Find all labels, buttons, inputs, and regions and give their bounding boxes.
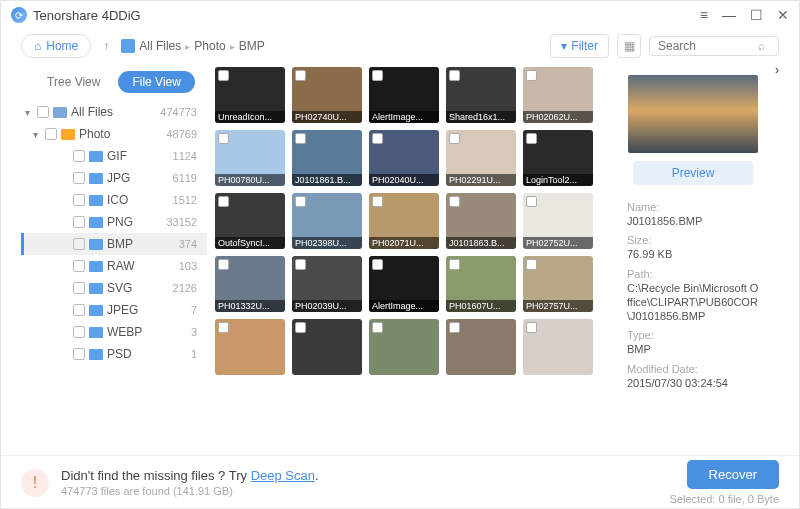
thumbnail[interactable]: Shared16x1... <box>446 67 516 123</box>
deep-scan-link[interactable]: Deep Scan <box>251 468 315 483</box>
thumbnail[interactable]: PH00780U... <box>215 130 285 186</box>
tree-row-png[interactable]: PNG33152 <box>21 211 207 233</box>
checkbox[interactable] <box>73 238 85 250</box>
thumb-checkbox[interactable] <box>218 322 229 333</box>
checkbox[interactable] <box>73 282 85 294</box>
thumbnail[interactable]: UnreadIcon... <box>215 67 285 123</box>
filter-button[interactable]: ▾ Filter <box>550 34 609 58</box>
tree-row-all-files[interactable]: ▾All Files474773 <box>21 101 207 123</box>
thumb-checkbox[interactable] <box>372 322 383 333</box>
thumbnail[interactable]: PH02740U... <box>292 67 362 123</box>
checkbox[interactable] <box>73 172 85 184</box>
thumb-checkbox[interactable] <box>295 133 306 144</box>
checkbox[interactable] <box>73 260 85 272</box>
checkbox[interactable] <box>73 348 85 360</box>
thumbnail[interactable]: PH02291U... <box>446 130 516 186</box>
maximize-icon[interactable]: ☐ <box>750 7 763 23</box>
thumb-checkbox[interactable] <box>218 196 229 207</box>
thumb-checkbox[interactable] <box>449 70 460 81</box>
thumbnail[interactable]: AlertImage... <box>369 256 439 312</box>
thumb-checkbox[interactable] <box>526 322 537 333</box>
thumbnail[interactable]: PH02039U... <box>292 256 362 312</box>
thumb-checkbox[interactable] <box>526 70 537 81</box>
meta-path: C:\Recycle Bin\Microsoft Office\CLIPART\… <box>627 281 759 324</box>
preview-button[interactable]: Preview <box>633 161 753 185</box>
thumbnail[interactable]: PH02752U... <box>523 193 593 249</box>
tree-row-raw[interactable]: RAW103 <box>21 255 207 277</box>
thumb-checkbox[interactable] <box>449 322 460 333</box>
thumb-checkbox[interactable] <box>449 259 460 270</box>
thumb-checkbox[interactable] <box>218 133 229 144</box>
thumbnail[interactable]: AlertImage... <box>369 67 439 123</box>
recover-button[interactable]: Recover <box>687 460 779 489</box>
thumb-checkbox[interactable] <box>372 259 383 270</box>
thumbnail[interactable] <box>215 319 285 375</box>
checkbox[interactable] <box>73 194 85 206</box>
tree-row-bmp[interactable]: BMP374 <box>21 233 207 255</box>
thumb-checkbox[interactable] <box>526 196 537 207</box>
thumb-checkbox[interactable] <box>218 259 229 270</box>
search-input[interactable] <box>658 39 758 53</box>
home-button[interactable]: ⌂ Home <box>21 34 91 58</box>
thumbnail[interactable]: LoginTool2... <box>523 130 593 186</box>
thumb-checkbox[interactable] <box>295 70 306 81</box>
thumb-checkbox[interactable] <box>372 133 383 144</box>
meta-date-label: Modified Date: <box>627 363 759 375</box>
thumbnail[interactable]: PH01607U... <box>446 256 516 312</box>
thumbnail[interactable]: PH01332U... <box>215 256 285 312</box>
thumbnail[interactable]: PH02398U... <box>292 193 362 249</box>
expand-icon[interactable]: ▾ <box>21 107 33 118</box>
crumb-1[interactable]: Photo <box>194 39 225 53</box>
checkbox[interactable] <box>73 216 85 228</box>
tab-tree-view[interactable]: Tree View <box>33 71 114 93</box>
tree-row-jpeg[interactable]: JPEG7 <box>21 299 207 321</box>
thumbnail[interactable]: PH02071U... <box>369 193 439 249</box>
checkbox[interactable] <box>45 128 57 140</box>
thumbnail[interactable]: J0101863.B... <box>446 193 516 249</box>
up-icon[interactable]: ↑ <box>101 39 111 53</box>
thumbnail[interactable]: PH02040U... <box>369 130 439 186</box>
tree-row-psd[interactable]: PSD1 <box>21 343 207 365</box>
thumbnail[interactable] <box>446 319 516 375</box>
tree-row-webp[interactable]: WEBP3 <box>21 321 207 343</box>
thumb-checkbox[interactable] <box>526 259 537 270</box>
thumbnail[interactable]: PH02062U... <box>523 67 593 123</box>
tree-row-ico[interactable]: ICO1512 <box>21 189 207 211</box>
menu-icon[interactable]: ≡ <box>700 7 708 23</box>
thumbnail[interactable] <box>292 319 362 375</box>
close-icon[interactable]: ✕ <box>777 7 789 23</box>
thumb-checkbox[interactable] <box>218 70 229 81</box>
thumbnail[interactable]: OutofSyncI... <box>215 193 285 249</box>
crumb-2[interactable]: BMP <box>239 39 265 53</box>
checkbox[interactable] <box>73 304 85 316</box>
grid-view-button[interactable]: ▦ <box>617 34 641 58</box>
crumb-0[interactable]: All Files <box>139 39 181 53</box>
tree-row-svg[interactable]: SVG2126 <box>21 277 207 299</box>
checkbox[interactable] <box>37 106 49 118</box>
checkbox[interactable] <box>73 150 85 162</box>
home-label: Home <box>46 39 78 53</box>
thumb-checkbox[interactable] <box>372 196 383 207</box>
thumbnail[interactable] <box>369 319 439 375</box>
minimize-icon[interactable]: — <box>722 7 736 23</box>
thumbnail-grid: UnreadIcon...PH02740U...AlertImage...Sha… <box>215 63 611 455</box>
tree-row-jpg[interactable]: JPG6119 <box>21 167 207 189</box>
thumb-checkbox[interactable] <box>372 70 383 81</box>
thumb-checkbox[interactable] <box>295 259 306 270</box>
next-button[interactable]: › <box>775 63 779 455</box>
thumbnail[interactable]: J0101861.B... <box>292 130 362 186</box>
tree-row-gif[interactable]: GIF1124 <box>21 145 207 167</box>
checkbox[interactable] <box>73 326 85 338</box>
thumb-checkbox[interactable] <box>449 196 460 207</box>
thumb-checkbox[interactable] <box>526 133 537 144</box>
tree-label: JPEG <box>107 303 187 317</box>
tab-file-view[interactable]: File View <box>118 71 194 93</box>
thumbnail[interactable] <box>523 319 593 375</box>
thumbnail[interactable]: PH02757U... <box>523 256 593 312</box>
expand-icon[interactable]: ▾ <box>29 129 41 140</box>
thumb-checkbox[interactable] <box>295 322 306 333</box>
thumb-checkbox[interactable] <box>449 133 460 144</box>
tree-row-photo[interactable]: ▾Photo48769 <box>21 123 207 145</box>
search-box[interactable]: ⌕ <box>649 36 779 56</box>
thumb-checkbox[interactable] <box>295 196 306 207</box>
